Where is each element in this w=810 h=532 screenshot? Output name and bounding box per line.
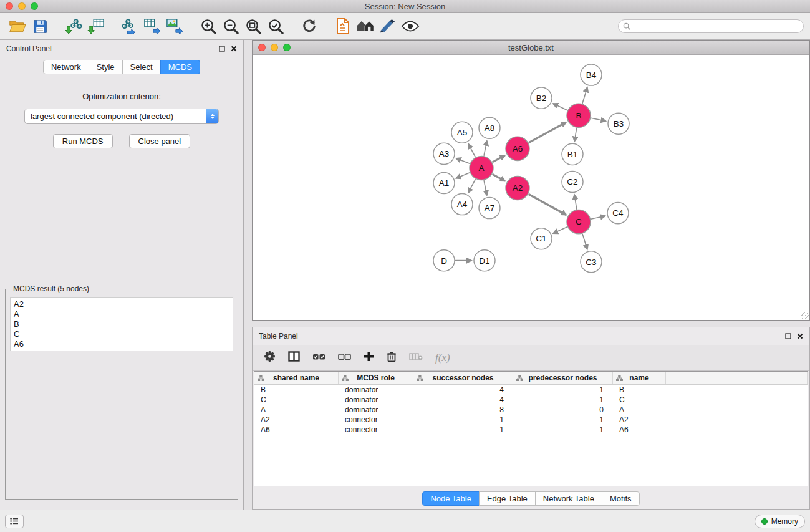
graph-node-D1[interactable]: D1: [474, 250, 495, 271]
select-all-button[interactable]: [312, 352, 325, 364]
task-history-button[interactable]: [5, 515, 24, 528]
mcds-result-item[interactable]: A6: [14, 339, 229, 349]
graph-edge-B-B2[interactable]: [553, 104, 567, 110]
style-button[interactable]: [377, 16, 399, 37]
show-hide-button[interactable]: [399, 16, 422, 37]
open-folder-button[interactable]: [6, 16, 29, 37]
close-panel-icon[interactable]: [231, 46, 237, 52]
report-button[interactable]: [332, 16, 354, 37]
graph-node-B4[interactable]: B4: [581, 64, 602, 85]
zoom-selected-button[interactable]: [264, 16, 287, 37]
network-canvas[interactable]: B4B2BB3A5A8A6A3B1AC2A1A2A4A7C4CC1DD1C3: [253, 55, 809, 320]
graph-node-B2[interactable]: B2: [531, 87, 552, 109]
add-row-button[interactable]: [364, 351, 374, 364]
column-header-MCDS-role[interactable]: MCDS role: [339, 372, 413, 384]
zoom-window-icon[interactable]: [31, 2, 38, 10]
close-window-icon[interactable]: [6, 2, 13, 10]
network-zoom-icon[interactable]: [283, 44, 291, 51]
column-header-successor-nodes[interactable]: successor nodes: [413, 372, 513, 384]
graph-edge-C-C3[interactable]: [582, 234, 587, 249]
tab-node-table[interactable]: Node Table: [422, 491, 480, 506]
graph-node-C[interactable]: C: [567, 210, 591, 234]
search-input[interactable]: [634, 22, 799, 31]
resize-grip[interactable]: [801, 312, 809, 319]
table-row[interactable]: A2connector11A2: [254, 415, 808, 425]
graph-node-A2[interactable]: A2: [506, 176, 529, 200]
graph-edge-A-A2[interactable]: [493, 174, 505, 181]
graph-edge-A-A4[interactable]: [468, 179, 476, 193]
criterion-dropdown[interactable]: largest connected component (directed): [24, 109, 219, 124]
tab-network-table[interactable]: Network Table: [535, 491, 602, 506]
tab-style[interactable]: Style: [89, 60, 123, 74]
graph-node-B[interactable]: B: [567, 104, 591, 127]
delete-row-button[interactable]: [387, 351, 397, 365]
graph-edge-A6-B[interactable]: [529, 122, 566, 143]
mcds-result-item[interactable]: B: [14, 319, 229, 329]
table-row[interactable]: A6connector11A6: [254, 425, 808, 435]
refresh-button[interactable]: [298, 16, 321, 37]
mcds-result-item[interactable]: A: [14, 309, 229, 319]
export-image-button[interactable]: [163, 16, 186, 37]
graph-node-B3[interactable]: B3: [608, 113, 629, 134]
zoom-in-button[interactable]: [197, 16, 219, 37]
graph-node-A5[interactable]: A5: [451, 122, 473, 143]
column-header-name[interactable]: name: [613, 372, 666, 384]
tab-network[interactable]: Network: [43, 60, 89, 74]
graph-node-A6[interactable]: A6: [506, 137, 529, 160]
table-settings-button[interactable]: [264, 351, 276, 365]
import-network-button[interactable]: [62, 16, 85, 37]
table-float-panel-icon[interactable]: [785, 333, 791, 339]
graph-edge-A-A1[interactable]: [456, 173, 470, 178]
graph-edge-A-A8[interactable]: [484, 141, 487, 156]
network-close-icon[interactable]: [258, 44, 266, 51]
show-columns-button[interactable]: [288, 351, 300, 364]
table-close-panel-icon[interactable]: [797, 333, 803, 339]
graph-node-A[interactable]: A: [470, 156, 493, 180]
graph-node-C1[interactable]: C1: [531, 228, 552, 249]
graph-edge-B-B1[interactable]: [574, 128, 577, 142]
mcds-result-item[interactable]: C: [14, 329, 229, 339]
graph-node-D[interactable]: D: [433, 250, 455, 271]
graph-node-A3[interactable]: A3: [433, 143, 455, 164]
minimize-window-icon[interactable]: [18, 2, 26, 10]
export-network-button[interactable]: [118, 16, 141, 37]
graph-edge-A-A5[interactable]: [468, 144, 475, 157]
tab-edge-table[interactable]: Edge Table: [479, 491, 536, 506]
column-header-predecessor-nodes[interactable]: predecessor nodes: [513, 372, 613, 384]
tab-select[interactable]: Select: [122, 60, 161, 74]
graph-node-C3[interactable]: C3: [581, 251, 602, 273]
export-table-button[interactable]: [141, 16, 163, 37]
graph-edge-A-A6[interactable]: [493, 155, 505, 162]
run-mcds-button[interactable]: Run MCDS: [53, 134, 113, 148]
memory-button[interactable]: Memory: [755, 515, 805, 528]
search-box[interactable]: [618, 19, 804, 33]
graph-node-B1[interactable]: B1: [562, 143, 583, 165]
graph-edge-A-A7[interactable]: [484, 180, 487, 195]
mcds-result-item[interactable]: A2: [14, 299, 229, 309]
tab-mcds[interactable]: MCDS: [160, 60, 200, 74]
import-table-button[interactable]: [85, 16, 107, 37]
graph-edge-C-C4[interactable]: [591, 216, 605, 219]
table-row[interactable]: Bdominator41B: [254, 385, 808, 395]
function-builder-button[interactable]: f(x): [435, 352, 450, 364]
table-row[interactable]: Adominator80A: [254, 405, 808, 415]
graph-edge-A-A3[interactable]: [456, 158, 470, 163]
graph-edge-C-C1[interactable]: [553, 227, 567, 233]
close-panel-button[interactable]: Close panel: [129, 134, 191, 148]
home-button[interactable]: [354, 16, 377, 37]
graph-edge-B-B3[interactable]: [591, 118, 606, 121]
table-row[interactable]: Cdominator41C: [254, 395, 808, 405]
mcds-result-list[interactable]: A2ABCA6: [10, 297, 233, 351]
column-header-shared-name[interactable]: shared name: [254, 372, 339, 384]
graph-node-A1[interactable]: A1: [433, 172, 455, 193]
deselect-all-button[interactable]: [338, 352, 351, 364]
graph-node-A8[interactable]: A8: [479, 117, 500, 138]
delete-column-button[interactable]: [409, 352, 423, 364]
graph-node-C2[interactable]: C2: [562, 171, 583, 192]
graph-node-A4[interactable]: A4: [451, 194, 473, 215]
tab-motifs[interactable]: Motifs: [602, 491, 640, 506]
graph-edge-C-C2[interactable]: [574, 195, 577, 210]
save-session-button[interactable]: [29, 16, 51, 37]
network-minimize-icon[interactable]: [271, 44, 278, 51]
zoom-fit-button[interactable]: [242, 16, 264, 37]
